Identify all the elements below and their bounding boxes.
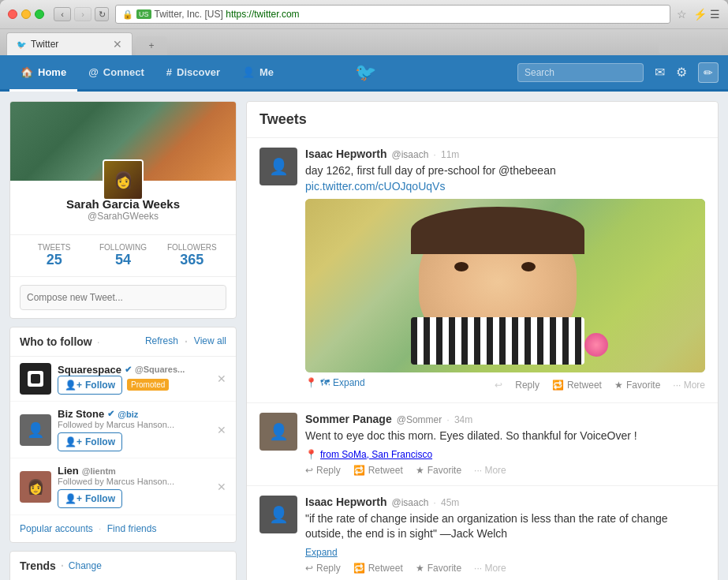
dismiss-lien-button[interactable]: ✕	[217, 481, 226, 493]
tweet-actions-2: ↩ Reply 🔁 Retweet ★ Favorite	[305, 465, 705, 476]
back-button[interactable]: ‹	[54, 7, 71, 21]
new-tab-button[interactable]: +	[136, 36, 167, 55]
compose-input[interactable]	[20, 285, 226, 310]
tweets-label: TWEETS	[20, 243, 88, 252]
nav-connect[interactable]: @ Connect	[77, 55, 155, 92]
tab-close-button[interactable]: ✕	[113, 38, 122, 51]
tweet-header-1: Isaac Hepworth @isaach · 11m	[305, 148, 705, 160]
dismiss-biz-stone-button[interactable]: ✕	[217, 424, 226, 436]
address-url: Twitter, Inc. [US] https://twitter.com	[155, 9, 300, 20]
star-icon-3: ★	[416, 563, 424, 574]
retweet-button-3[interactable]: 🔁 Retweet	[353, 563, 403, 574]
twitter-app: 🏠 Home @ Connect # Discover 👤 Me 🐦	[0, 55, 728, 580]
lock-icon: 🔒	[122, 9, 133, 20]
tweet-author-handle[interactable]: @isaach	[391, 149, 428, 160]
expand-bottom-link[interactable]: Expand	[305, 547, 705, 558]
nav-discover[interactable]: # Discover	[155, 55, 231, 92]
compose-button[interactable]: ✏	[698, 62, 719, 83]
more-button-3[interactable]: ··· More	[474, 563, 506, 574]
star-icon: ★	[614, 380, 623, 391]
squarespace-avatar	[20, 363, 51, 395]
tweet-author-name-3[interactable]: Isaac Hepworth	[305, 496, 386, 508]
refresh-link[interactable]: Refresh	[145, 335, 178, 348]
view-all-link[interactable]: View all	[194, 335, 226, 348]
biz-stone-name: Biz Stone ✔ @biz	[58, 408, 207, 420]
popular-accounts-link[interactable]: Popular accounts	[20, 523, 93, 534]
tweet-author-name-2[interactable]: Sommer Panage	[305, 413, 392, 425]
squarespace-actions: 👤+ Follow Promoted	[58, 376, 207, 395]
browser-nav: ‹ › ↻	[54, 7, 109, 21]
more-button[interactable]: ··· More	[673, 380, 705, 391]
follow-biz-stone-button[interactable]: 👤+ Follow	[58, 432, 122, 451]
trends-change-link[interactable]: Change	[69, 560, 102, 571]
squarespace-name: Squarespace ✔ @Squares...	[58, 364, 207, 376]
profile-handle: @SarahGWeeks	[10, 211, 236, 222]
reply-button-2[interactable]: ↩ Reply	[305, 465, 341, 476]
location-line: 📍 from SoMa, San Francisco	[305, 449, 705, 460]
child-face-area	[395, 207, 616, 365]
tweet-author-name[interactable]: Isaac Hepworth	[305, 148, 386, 160]
tweet-author-handle-2[interactable]: @Sommer	[397, 414, 442, 425]
tweets-count[interactable]: 25	[20, 252, 88, 268]
favorite-button-2[interactable]: ★ Favorite	[416, 465, 461, 476]
reply-button-3[interactable]: ↩ Reply	[305, 563, 341, 574]
browser-search-box[interactable]	[659, 38, 722, 54]
tweet-link[interactable]: pic.twitter.com/cUOJqoUqVs	[305, 180, 445, 193]
refresh-button[interactable]: ↻	[95, 7, 109, 21]
close-window-button[interactable]	[8, 9, 17, 19]
follow-lien-button[interactable]: 👤+ Follow	[58, 489, 122, 508]
retweet-button[interactable]: 🔁 Retweet	[552, 380, 602, 391]
isaac-hepworth-avatar[interactable]: 👤	[259, 148, 297, 185]
sommer-panage-avatar[interactable]: 👤	[259, 413, 297, 451]
retweet-button-2[interactable]: 🔁 Retweet	[353, 465, 403, 476]
location-link[interactable]: from SoMa, San Francisco	[320, 449, 432, 460]
avatar-icon-3: 👤	[269, 505, 289, 524]
nav-me[interactable]: 👤 Me	[231, 55, 285, 92]
compose-area	[10, 277, 236, 318]
twitter-tab[interactable]: 🐦 Twitter ✕	[6, 32, 133, 55]
nav-search-area	[517, 63, 644, 82]
trends-header: Trends · Change	[10, 552, 236, 580]
search-input[interactable]	[517, 63, 644, 82]
security-badge: US	[136, 9, 151, 19]
reply-separator: ↩	[495, 380, 502, 391]
isaac-hepworth-avatar-2[interactable]: 👤	[259, 496, 297, 533]
avatar-icon-2: 👤	[269, 422, 289, 441]
forward-button[interactable]: ›	[74, 7, 91, 21]
reply-button[interactable]: Reply	[515, 380, 539, 391]
follow-plus-icon-2: 👤+	[65, 436, 82, 447]
minimize-window-button[interactable]	[21, 9, 31, 19]
dismiss-squarespace-button[interactable]: ✕	[217, 372, 226, 385]
favorite-button[interactable]: ★ Favorite	[614, 380, 660, 391]
lien-avatar: 👩	[20, 471, 51, 503]
maximize-window-button[interactable]	[35, 9, 44, 19]
tweet-body-1: Isaac Hepworth @isaach · 11m day 1262, f…	[305, 148, 705, 393]
trends-title: Trends	[20, 559, 56, 572]
messages-icon[interactable]: ✉	[655, 65, 665, 80]
address-bar[interactable]: 🔒 US Twitter, Inc. [US] https://twitter.…	[115, 5, 670, 24]
menu-icon[interactable]: ☰	[710, 8, 720, 21]
nav-home[interactable]: 🏠 Home	[9, 55, 77, 92]
main-content: Tweets 👤 Isaac Hepworth @isaach ·	[246, 101, 719, 580]
more-button-2[interactable]: ··· More	[474, 465, 506, 476]
star-icon-2: ★	[416, 465, 424, 476]
location-pin-icon: 📍	[305, 449, 317, 460]
person-icon: 👤	[242, 66, 255, 78]
favorite-button-3[interactable]: ★ Favorite	[416, 563, 461, 574]
nav-right-icons: ✉ ⚙ ✏	[655, 62, 719, 83]
browser-titlebar: ‹ › ↻ 🔒 US Twitter, Inc. [US] https://tw…	[0, 0, 728, 29]
expand-link[interactable]: 📍 🗺 Expand	[305, 377, 365, 388]
tweet-header-3: Isaac Hepworth @isaach · 45m	[305, 496, 705, 508]
who-to-follow-links: Refresh · View all	[145, 335, 226, 348]
biz-verified-icon: ✔	[107, 409, 114, 419]
tweet-author-handle-3[interactable]: @isaach	[391, 497, 428, 508]
squarespace-info: Squarespace ✔ @Squares... 👤+ Follow Prom…	[58, 364, 207, 395]
following-count[interactable]: 54	[88, 252, 157, 268]
follow-squarespace-button[interactable]: 👤+ Follow	[58, 376, 122, 395]
find-friends-link[interactable]: Find friends	[107, 523, 157, 534]
bookmark-icon[interactable]: ☆	[677, 8, 687, 21]
followers-count[interactable]: 365	[158, 252, 226, 268]
settings-icon[interactable]: ⚙	[676, 65, 687, 80]
followers-stat: FOLLOWERS 365	[158, 243, 226, 268]
lien-name: Lien @lientm	[58, 465, 207, 477]
